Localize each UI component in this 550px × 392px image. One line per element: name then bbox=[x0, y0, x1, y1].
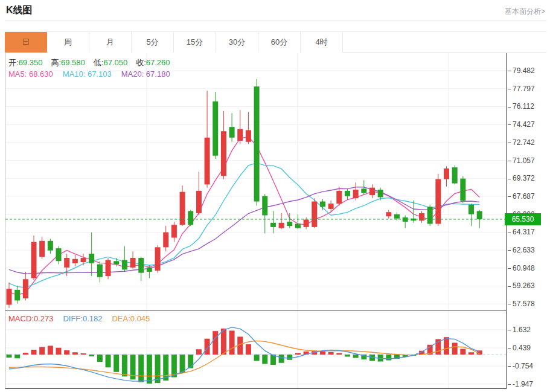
price-tick-label: 71.057 bbox=[508, 156, 535, 165]
candle-body bbox=[31, 242, 37, 278]
candle-body bbox=[262, 196, 267, 216]
macd-bar bbox=[213, 331, 218, 355]
macd-tick-label: 0.439 bbox=[508, 343, 531, 353]
macd-bar bbox=[89, 355, 94, 356]
macd-bar bbox=[353, 355, 359, 358]
macd-bar bbox=[221, 329, 226, 355]
candle-body bbox=[369, 188, 375, 195]
candle-body bbox=[361, 188, 366, 193]
candle-body bbox=[444, 169, 449, 179]
fundamental-analysis-link[interactable]: 基本面分析> bbox=[505, 7, 545, 17]
candle-body bbox=[411, 219, 416, 221]
readout-value: 69.580 bbox=[61, 58, 85, 67]
candle-body bbox=[14, 290, 20, 301]
macd-bar bbox=[262, 355, 267, 364]
macd-bar bbox=[328, 352, 334, 355]
readout-item: MA5: 68.630 bbox=[8, 69, 53, 79]
macd-bar bbox=[295, 353, 301, 355]
readout-item: 高:69.580 bbox=[51, 58, 93, 67]
macd-bar bbox=[336, 353, 342, 355]
macd-bar bbox=[196, 349, 202, 355]
candle-body bbox=[336, 191, 342, 204]
macd-bar bbox=[122, 355, 127, 376]
tab-month[interactable]: 月 bbox=[89, 32, 132, 53]
macd-bar bbox=[14, 355, 20, 358]
candle-body bbox=[468, 205, 474, 214]
candle-body bbox=[48, 241, 53, 251]
candle-body bbox=[72, 259, 78, 263]
price-tick-label: 79.482 bbox=[508, 66, 535, 76]
macd-bar bbox=[188, 355, 193, 368]
tab-30min[interactable]: 30分 bbox=[216, 32, 258, 53]
macd-bar bbox=[39, 347, 45, 355]
price-tick-label: 59.263 bbox=[508, 281, 535, 291]
readout-value: 67.050 bbox=[103, 58, 127, 67]
price-tick-label: 60.948 bbox=[508, 263, 535, 273]
macd-bar bbox=[56, 348, 62, 355]
macd-bar bbox=[106, 355, 111, 367]
candle-body bbox=[320, 202, 325, 207]
candle-body bbox=[378, 190, 383, 197]
macd-bar bbox=[345, 355, 350, 357]
candle-body bbox=[23, 279, 28, 298]
candle-body bbox=[188, 211, 193, 225]
price-tick-label: 62.633 bbox=[508, 245, 535, 255]
macd-bar bbox=[246, 344, 251, 355]
candle-body bbox=[254, 86, 260, 201]
candle-body bbox=[246, 130, 251, 141]
tab-4hour[interactable]: 4时 bbox=[301, 32, 343, 53]
readout-value: 67.260 bbox=[146, 58, 170, 67]
candle-body bbox=[56, 248, 62, 261]
candle-body bbox=[386, 212, 391, 216]
candle-body bbox=[353, 190, 359, 198]
macd-bar bbox=[279, 355, 284, 363]
candle-body bbox=[81, 258, 86, 262]
kline-page: K线图 基本面分析> 日周月5分15分30分60分4时 79.48277.797… bbox=[0, 0, 550, 392]
candle-body bbox=[106, 260, 111, 276]
last-price-badge: 65.530 bbox=[505, 213, 541, 225]
candlestick-pane[interactable] bbox=[5, 53, 507, 310]
macd-bar bbox=[147, 355, 152, 384]
candle-body bbox=[460, 179, 465, 201]
readout-label: 低: bbox=[94, 58, 104, 67]
macd-bar bbox=[23, 353, 28, 355]
macd-tick-label: -1.947 bbox=[508, 379, 533, 389]
macd-bar bbox=[81, 353, 86, 355]
tab-week[interactable]: 周 bbox=[47, 32, 89, 53]
page-title: K线图 bbox=[6, 4, 33, 17]
macd-bar bbox=[386, 355, 391, 361]
dea-line bbox=[9, 341, 479, 376]
price-tick-label: 76.112 bbox=[508, 101, 534, 111]
candle-body bbox=[403, 217, 408, 222]
readout-label: 开: bbox=[8, 58, 19, 67]
tab-15min[interactable]: 15分 bbox=[174, 32, 216, 53]
tab-60min[interactable]: 60分 bbox=[258, 32, 301, 53]
tab-5min[interactable]: 5分 bbox=[132, 32, 174, 53]
macd-readout: MACD:0.273DIFF:0.182DEA:0.045 bbox=[8, 314, 159, 323]
candle-body bbox=[205, 138, 210, 185]
candle-body bbox=[304, 220, 309, 227]
ma-readout: MA5: 68.630MA10: 67.103MA20: 67.180 bbox=[8, 69, 180, 79]
tab-day[interactable]: 日 bbox=[5, 32, 47, 53]
candle-body bbox=[196, 191, 202, 213]
candle-body bbox=[122, 260, 127, 270]
candle-body bbox=[237, 129, 243, 141]
readout-item: 收:67.260 bbox=[136, 58, 178, 67]
readout-item: 低:67.050 bbox=[94, 58, 136, 67]
candle-body bbox=[477, 211, 482, 219]
price-tick-label: 67.687 bbox=[508, 191, 535, 201]
macd-tick-label: -0.754 bbox=[508, 361, 533, 371]
candle-body bbox=[171, 225, 177, 237]
readout-item: MA20: 67.180 bbox=[121, 69, 170, 79]
candle-body bbox=[155, 247, 161, 271]
price-tick-label: 69.372 bbox=[508, 173, 535, 183]
candle-body bbox=[312, 202, 317, 227]
macd-bar bbox=[452, 342, 458, 355]
macd-bar bbox=[97, 355, 103, 362]
candle-body bbox=[64, 258, 69, 268]
price-tick-label: 64.317 bbox=[508, 227, 535, 237]
candle-body bbox=[180, 192, 185, 225]
macd-bar bbox=[254, 355, 260, 361]
readout-label: 高: bbox=[51, 58, 61, 67]
candle-body bbox=[287, 222, 292, 226]
